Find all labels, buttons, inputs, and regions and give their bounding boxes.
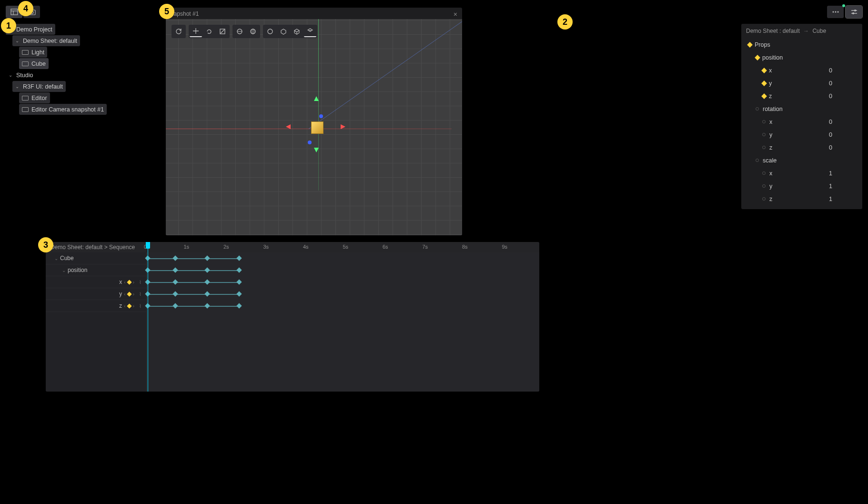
keyframe[interactable]	[205, 279, 210, 284]
view-box-button[interactable]	[291, 26, 303, 37]
viewport-canvas[interactable]	[166, 19, 462, 235]
playhead-handle[interactable]	[146, 242, 150, 249]
keyframe-icon[interactable]	[761, 93, 767, 99]
timeline-tracks-area[interactable]	[147, 252, 539, 392]
keyframe[interactable]	[236, 291, 242, 296]
breadcrumb-object[interactable]: Cube	[812, 28, 826, 34]
keyframe-icon[interactable]	[127, 303, 131, 308]
timeline-breadcrumb[interactable]: Demo Sheet: default > Sequence	[46, 244, 147, 251]
space-world-button[interactable]	[233, 26, 246, 37]
keyframe-icon[interactable]	[127, 292, 131, 296]
arrow-y-neg[interactable]	[314, 148, 319, 152]
refresh-button[interactable]	[172, 26, 185, 37]
sheet-row[interactable]: ⌄ Demo Sheet: default	[12, 35, 80, 46]
keyframe[interactable]	[205, 267, 210, 272]
curve-icon[interactable]: ⌇	[139, 303, 141, 309]
r3f-row[interactable]: ⌄ R3F UI: default	[12, 81, 66, 92]
keyframe[interactable]	[205, 291, 210, 296]
track-row[interactable]	[147, 276, 539, 288]
keyframe[interactable]	[236, 255, 242, 261]
prop-rotation[interactable]: rotation	[741, 102, 862, 115]
track-x[interactable]: x ‹› ⌇	[46, 276, 146, 288]
keyframe-empty-icon[interactable]	[762, 120, 766, 123]
handle-z-neg[interactable]	[308, 141, 312, 144]
value-input[interactable]: 0	[829, 67, 858, 74]
keyframe[interactable]	[236, 279, 242, 284]
keyframe-empty-icon[interactable]	[756, 107, 759, 111]
track-row[interactable]	[147, 288, 539, 300]
value-input[interactable]: 1	[829, 196, 858, 202]
notification-dot	[842, 4, 845, 7]
track-position[interactable]: ⌄ position	[46, 264, 146, 276]
value-input[interactable]: 0	[829, 119, 858, 125]
sliders-button[interactable]	[846, 6, 862, 18]
track-y[interactable]: y ‹› ⌇	[46, 288, 146, 300]
keyframe[interactable]	[173, 303, 178, 308]
close-icon[interactable]: ×	[454, 10, 457, 18]
keyframe-empty-icon[interactable]	[762, 184, 766, 188]
keyframe-icon[interactable]	[747, 42, 752, 47]
playhead[interactable]	[148, 242, 148, 392]
timeline-ruler[interactable]: 0s1s2s3s4s5s6s7s8s9s	[147, 242, 539, 252]
studio-row[interactable]: ⌄ Studio	[6, 70, 139, 81]
snapshot-row[interactable]: Editor Camera snapshot #1	[19, 104, 107, 115]
keyframe[interactable]	[173, 291, 178, 296]
value-input[interactable]: 1	[829, 170, 858, 177]
r3f-label: R3F UI: default	[23, 83, 63, 90]
light-row[interactable]: Light	[19, 47, 47, 58]
value-input[interactable]: 1	[829, 183, 858, 190]
cube-mesh[interactable]	[311, 121, 323, 134]
track-row[interactable]	[147, 300, 539, 312]
track-row[interactable]	[147, 252, 539, 264]
track-row[interactable]	[147, 264, 539, 276]
keyframe[interactable]	[205, 255, 210, 261]
track-z[interactable]: z ‹› ⌇	[46, 300, 146, 312]
props-header[interactable]: Props	[741, 38, 862, 51]
scale-tool[interactable]	[216, 26, 229, 37]
prop-position[interactable]: position	[741, 51, 862, 64]
view-wire-button[interactable]	[304, 26, 316, 37]
keyframe[interactable]	[236, 267, 242, 272]
transform-gizmo[interactable]	[309, 119, 328, 138]
annotation-badge-3: 3	[38, 237, 53, 252]
prop-scale[interactable]: scale	[741, 154, 862, 167]
keyframe-icon[interactable]	[761, 81, 767, 86]
keyframe-empty-icon[interactable]	[762, 197, 766, 201]
more-button[interactable]	[827, 6, 844, 18]
keyframe-empty-icon[interactable]	[762, 146, 766, 149]
arrow-x-neg[interactable]	[286, 124, 291, 129]
keyframe-empty-icon[interactable]	[756, 159, 759, 162]
space-local-button[interactable]	[247, 26, 259, 37]
prop-scale-x: x 1	[741, 167, 862, 180]
keyframe[interactable]	[173, 255, 178, 261]
value-input[interactable]: 0	[829, 93, 858, 100]
arrow-y-pos[interactable]	[314, 96, 319, 101]
curve-icon[interactable]: ⌇	[139, 292, 141, 297]
value-input[interactable]: 0	[829, 131, 858, 138]
prop-scale-y: y 1	[741, 180, 862, 192]
editor-row[interactable]: Editor	[19, 92, 50, 103]
rotate-tool[interactable]	[203, 26, 215, 37]
keyframe[interactable]	[236, 303, 242, 308]
ruler-tick: 4s	[303, 244, 309, 250]
keyframe-icon[interactable]	[755, 55, 760, 60]
handle-z-pos[interactable]	[319, 114, 323, 118]
arrow-x-pos[interactable]	[341, 124, 345, 129]
translate-tool[interactable]	[190, 26, 202, 37]
curve-icon[interactable]: ⌇	[139, 280, 141, 285]
view-cube-button[interactable]	[277, 26, 290, 37]
breadcrumb-sheet[interactable]: Demo Sheet : default	[746, 28, 800, 34]
value-input[interactable]: 0	[829, 80, 858, 87]
value-input[interactable]: 0	[829, 144, 858, 151]
keyframe-empty-icon[interactable]	[762, 171, 766, 175]
keyframe-empty-icon[interactable]	[762, 133, 766, 136]
track-cube[interactable]: ⌄ Cube	[46, 252, 146, 264]
svg-point-10	[854, 10, 856, 11]
keyframe-icon[interactable]	[127, 280, 131, 284]
keyframe[interactable]	[173, 267, 178, 272]
cube-row[interactable]: Cube	[19, 58, 49, 69]
keyframe[interactable]	[205, 303, 210, 308]
keyframe[interactable]	[173, 279, 178, 284]
keyframe-icon[interactable]	[761, 68, 767, 73]
view-orbit-button[interactable]	[264, 26, 276, 37]
